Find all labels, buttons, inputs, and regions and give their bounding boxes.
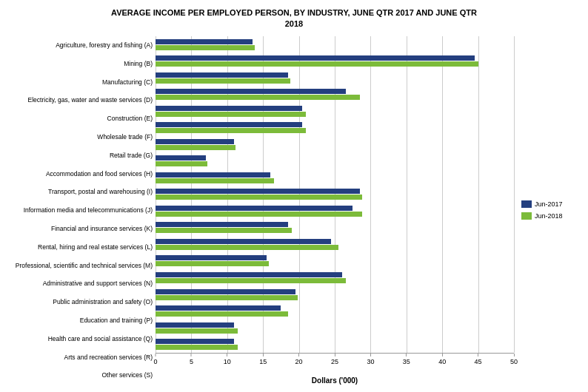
legend-item: Jun-2018 <box>521 212 581 220</box>
x-tick: 10 <box>224 354 231 365</box>
x-tick: 30 <box>367 354 374 365</box>
bar-pair <box>156 222 514 233</box>
bar-2017 <box>156 222 288 227</box>
bar-2018 <box>156 45 255 50</box>
bar-pair <box>156 89 514 100</box>
x-tick-line <box>334 354 335 356</box>
bars-and-x: 05101520253035404550 Dollars ('000) <box>156 36 514 385</box>
bar-2018 <box>156 61 478 67</box>
x-tick: 15 <box>259 354 267 365</box>
bar-pair <box>156 39 514 50</box>
y-label: Public administration and safety (O) <box>7 298 153 305</box>
x-tick-label: 10 <box>224 358 231 365</box>
y-label: Retail trade (G) <box>7 152 153 159</box>
bars-area <box>156 36 514 353</box>
y-label: Rental, hiring and real estate services … <box>7 243 153 251</box>
bar-2018 <box>156 245 338 250</box>
x-tick: 45 <box>475 354 482 365</box>
y-label: Administrative and support services (N) <box>7 280 153 287</box>
x-tick: 35 <box>403 354 410 365</box>
x-tick-line <box>406 354 407 356</box>
bar-2017 <box>156 339 234 344</box>
chart-title: AVERAGE INCOME PER EMPLOYED PERSON, BY I… <box>7 7 581 30</box>
y-label: Agriculture, forestry and fishing (A) <box>7 41 153 49</box>
x-tick-line <box>298 354 299 356</box>
bar-2018 <box>156 228 292 233</box>
legend-label: Jun-2018 <box>535 212 563 220</box>
x-tick: 40 <box>438 354 446 365</box>
y-label: Financial and insurance services (K) <box>7 225 153 232</box>
bar-2017 <box>156 189 360 194</box>
y-label: Electricity, gas, water and waste servic… <box>7 96 153 104</box>
y-label: Other services (S) <box>7 371 153 379</box>
bar-2017 <box>156 139 234 144</box>
bar-2018 <box>156 212 362 217</box>
bar-2017 <box>156 322 234 328</box>
x-tick-line <box>513 354 514 356</box>
y-label: Construction (E) <box>7 115 153 122</box>
legend-color-box <box>521 200 532 208</box>
x-tick-line <box>191 354 192 356</box>
bar-2018 <box>156 78 290 84</box>
y-label: Information media and telecommunications… <box>7 206 153 214</box>
bar-2018 <box>156 311 288 317</box>
legend-label: Jun-2017 <box>535 200 563 208</box>
chart-body: Agriculture, forestry and fishing (A)Min… <box>7 36 581 385</box>
x-tick: 20 <box>295 354 303 365</box>
x-tick-label: 5 <box>190 358 193 365</box>
y-label: Manufacturing (C) <box>7 78 153 86</box>
x-tick-label: 40 <box>438 358 446 365</box>
bar-pair <box>156 239 514 250</box>
bar-pair <box>156 339 514 350</box>
bar-2017 <box>156 72 288 78</box>
bar-2017 <box>156 122 302 127</box>
y-labels: Agriculture, forestry and fishing (A)Min… <box>7 36 156 385</box>
x-tick: 5 <box>190 354 193 365</box>
bar-pair <box>156 172 514 183</box>
bar-2017 <box>156 239 331 244</box>
bar-2018 <box>156 261 269 266</box>
legend-item: Jun-2017 <box>521 200 581 208</box>
y-label: Education and training (P) <box>7 317 153 324</box>
bar-2017 <box>156 255 267 260</box>
bar-2018 <box>156 178 274 183</box>
bar-2018 <box>156 112 306 117</box>
bar-2017 <box>156 172 270 178</box>
bar-2017 <box>156 289 295 294</box>
bar-2018 <box>156 128 306 133</box>
bar-pair <box>156 289 514 300</box>
x-axis-title: Dollars ('000) <box>156 376 514 385</box>
bar-2017 <box>156 155 206 160</box>
legend-area: Jun-2017Jun-2018 <box>514 36 581 385</box>
bar-pair <box>156 305 514 317</box>
bar-pair <box>156 106 514 117</box>
x-tick-label: 20 <box>295 358 303 365</box>
bar-pair <box>156 155 514 166</box>
x-axis: 05101520253035404550 <box>156 353 514 375</box>
bar-2018 <box>156 345 238 350</box>
x-tick: 0 <box>153 354 157 365</box>
chart-container: AVERAGE INCOME PER EMPLOYED PERSON, BY I… <box>0 0 588 392</box>
bar-2018 <box>156 328 238 334</box>
y-label: Transport, postal and warehousing (I) <box>7 188 153 195</box>
bar-2018 <box>156 95 360 100</box>
y-label: Health care and social assistance (Q) <box>7 335 153 342</box>
x-tick-label: 25 <box>331 358 338 365</box>
bar-2018 <box>156 295 298 300</box>
x-tick-label: 45 <box>475 358 482 365</box>
x-tick-line <box>442 354 443 356</box>
bar-2017 <box>156 55 475 61</box>
x-tick-line <box>478 354 478 356</box>
bar-pair <box>156 255 514 266</box>
bar-2017 <box>156 305 281 311</box>
bar-2017 <box>156 206 353 211</box>
bar-pair <box>156 139 514 150</box>
x-tick-label: 30 <box>367 358 374 365</box>
x-tick-label: 35 <box>403 358 410 365</box>
x-tick-line <box>370 354 371 356</box>
y-label: Arts and recreation services (R) <box>7 354 153 361</box>
x-tick-line <box>263 354 264 356</box>
bar-2018 <box>156 145 235 150</box>
x-tick-label: 50 <box>510 358 518 365</box>
y-label: Accommodation and food services (H) <box>7 170 153 178</box>
